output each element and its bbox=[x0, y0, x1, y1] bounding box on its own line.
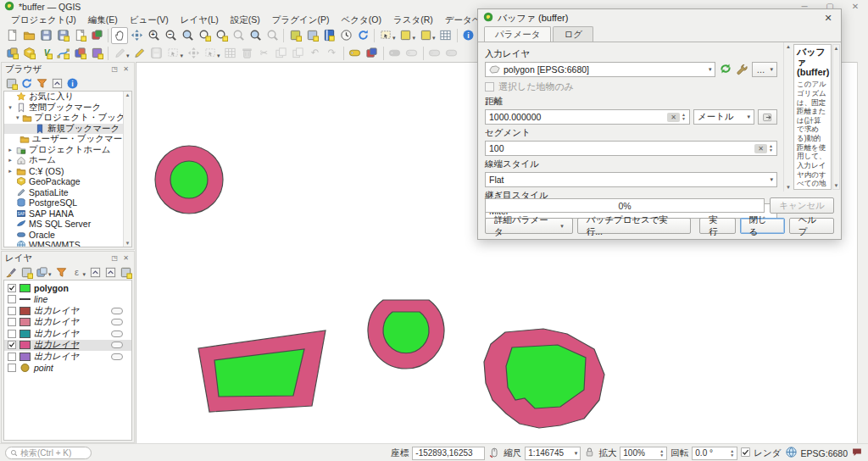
refresh-map-icon[interactable] bbox=[354, 27, 371, 44]
browser-item-空間ブックマーク[interactable]: ▾空間ブックマーク bbox=[4, 103, 131, 114]
memory-layer-indicator-icon[interactable] bbox=[111, 319, 123, 325]
lock-scale-icon[interactable] bbox=[584, 447, 595, 459]
layer-labeling-icon[interactable] bbox=[347, 45, 364, 62]
delete-selected-icon[interactable] bbox=[239, 45, 256, 62]
memory-layer-indicator-icon[interactable] bbox=[111, 330, 123, 337]
filter-browser-icon[interactable] bbox=[35, 76, 49, 91]
zoom-native-icon[interactable] bbox=[230, 27, 247, 44]
expand-arrow[interactable]: ▸ bbox=[7, 168, 14, 175]
tab-parameters[interactable]: パラメータ bbox=[484, 26, 551, 42]
pan-map-icon[interactable] bbox=[111, 27, 128, 44]
move-feature-icon[interactable] bbox=[185, 45, 202, 62]
crs-value[interactable]: EPSG:6680 bbox=[801, 448, 848, 458]
tab-log[interactable]: ログ bbox=[553, 26, 593, 42]
layer-visibility-checkbox[interactable] bbox=[8, 353, 16, 361]
new-print-layout-icon[interactable] bbox=[71, 27, 88, 44]
layer-row-出力レイヤ[interactable]: 出力レイヤ bbox=[4, 317, 131, 329]
run-as-batch-button[interactable]: バッチプロセスで実行... bbox=[577, 218, 691, 234]
redo-icon[interactable]: ↷ bbox=[324, 45, 341, 62]
save-project-icon[interactable] bbox=[37, 27, 54, 44]
expand-arrow[interactable]: ▸ bbox=[7, 147, 14, 153]
dialog-close-button[interactable]: 閉じる bbox=[740, 218, 785, 234]
zoom-out-icon[interactable]: − bbox=[162, 27, 179, 44]
properties-widget-icon[interactable]: i bbox=[65, 76, 80, 91]
layer-row-polygon[interactable]: polygon bbox=[4, 282, 131, 294]
end-cap-style-combo[interactable]: Flat▾ bbox=[485, 172, 777, 187]
layer-row-出力レイヤ[interactable]: 出力レイヤ bbox=[4, 305, 131, 317]
messages-icon[interactable] bbox=[851, 447, 863, 459]
temporal-controller-icon[interactable] bbox=[337, 27, 354, 44]
clear-distance-icon[interactable]: ✕ bbox=[667, 113, 680, 122]
menu-item-2[interactable]: ビュー(V) bbox=[124, 14, 175, 26]
collapse-all-icon[interactable] bbox=[50, 76, 64, 91]
new-spatialite-layer-icon[interactable]: V bbox=[37, 45, 54, 62]
edit-layer-wrench-icon[interactable] bbox=[736, 63, 748, 77]
new-shapefile-layer-icon[interactable] bbox=[20, 45, 37, 62]
layers-float-icon[interactable]: ◳ bbox=[112, 254, 120, 262]
layer-row-point[interactable]: point bbox=[4, 363, 131, 375]
zoom-to-selection-icon[interactable] bbox=[196, 27, 213, 44]
browser-item-SAP HANA[interactable]: SAPSAP HANA bbox=[4, 208, 131, 219]
browser-item-MS SQL Server[interactable]: MS SQL Server bbox=[4, 219, 131, 230]
open-layer-styling-icon[interactable] bbox=[4, 265, 19, 280]
browser-item-新規ブックマーク[interactable]: 新規ブックマーク bbox=[4, 124, 131, 135]
layer-row-出力レイヤ[interactable]: 出力レイヤ bbox=[4, 328, 131, 340]
expand-all-icon[interactable] bbox=[88, 265, 103, 280]
open-attribute-table-icon[interactable] bbox=[437, 27, 454, 44]
browser-float-icon[interactable]: ◳ bbox=[112, 65, 120, 73]
pin-labels-icon[interactable] bbox=[387, 45, 403, 62]
menu-item-6[interactable]: ベクタ(O) bbox=[336, 14, 387, 26]
cancel-button[interactable]: キャンセル bbox=[770, 197, 834, 214]
dialog-close-icon[interactable]: ✕ bbox=[821, 13, 836, 24]
menu-item-3[interactable]: レイヤ(L) bbox=[175, 14, 225, 26]
rotate-label-icon[interactable] bbox=[443, 45, 460, 62]
distance-unit-combo[interactable]: メートル▾ bbox=[693, 109, 754, 125]
browser-item-プロジェクト・ブックマーク[interactable]: ▾プロジェクト・ブックマーク bbox=[4, 113, 131, 124]
layer-styling-icon[interactable] bbox=[364, 45, 381, 62]
rotation-input[interactable]: 0.0 °▲▼ bbox=[692, 447, 737, 460]
filter-legend-icon[interactable] bbox=[54, 265, 69, 280]
zoom-last-icon[interactable] bbox=[247, 27, 264, 44]
add-group-icon[interactable] bbox=[19, 265, 34, 280]
cut-features-icon[interactable]: ✂ bbox=[256, 45, 273, 62]
magnifier-input[interactable]: 100%▲▼ bbox=[620, 447, 667, 460]
expand-arrow[interactable]: ▾ bbox=[7, 104, 14, 111]
browser-item-GeoPackage[interactable]: GeoPackage bbox=[4, 176, 131, 187]
identify-features-icon[interactable]: i bbox=[460, 27, 477, 44]
open-project-icon[interactable] bbox=[20, 27, 37, 44]
save-layer-edits-icon[interactable] bbox=[148, 45, 165, 62]
locator-search-input[interactable]: 検索(Ctrl + K) bbox=[5, 447, 92, 459]
scale-combo[interactable]: 1:146745▾ bbox=[525, 447, 581, 460]
layer-visibility-checkbox[interactable] bbox=[8, 341, 16, 349]
layer-row-line[interactable]: line bbox=[4, 294, 131, 306]
deselect-features-icon[interactable] bbox=[417, 27, 434, 44]
input-layer-combo[interactable]: polygon [EPSG:6680] ▾ bbox=[485, 62, 715, 77]
menu-item-4[interactable]: 設定(S) bbox=[225, 14, 266, 26]
browser-item-Oracle[interactable]: Oracle bbox=[4, 230, 131, 241]
crs-globe-icon[interactable] bbox=[785, 446, 798, 460]
browser-item-お気に入り[interactable]: お気に入り bbox=[4, 92, 131, 103]
current-edits-icon[interactable] bbox=[111, 45, 128, 62]
coordinate-input[interactable]: -152893,16253 bbox=[412, 447, 485, 460]
selected-features-only-checkbox[interactable] bbox=[485, 82, 494, 92]
zoom-in-icon[interactable]: + bbox=[145, 27, 162, 44]
highlight-labels-icon[interactable] bbox=[403, 45, 420, 62]
advanced-parameters-button[interactable]: 詳細パラメータ▾ bbox=[485, 218, 573, 234]
remove-layer-icon[interactable] bbox=[119, 265, 133, 280]
new-geopackage-layer-icon[interactable] bbox=[3, 45, 20, 62]
memory-layer-indicator-icon[interactable] bbox=[111, 342, 123, 348]
layer-visibility-checkbox[interactable] bbox=[8, 307, 16, 315]
copy-features-icon[interactable] bbox=[273, 45, 290, 62]
new-virtual-layer-icon[interactable] bbox=[54, 45, 71, 62]
parameters-scrollbar[interactable]: ▲▼ bbox=[783, 42, 793, 192]
browser-item-SpatiaLite[interactable]: SpatiaLite bbox=[4, 187, 131, 198]
filter-expression-icon[interactable]: ε bbox=[70, 265, 84, 280]
select-by-value-icon[interactable] bbox=[398, 27, 415, 44]
layer-visibility-checkbox[interactable] bbox=[8, 318, 16, 326]
browser-scrollbar[interactable]: ▲▼ bbox=[123, 92, 131, 247]
layer-visibility-checkbox[interactable] bbox=[8, 330, 16, 338]
clear-segments-icon[interactable]: ✕ bbox=[754, 144, 767, 153]
data-defined-override-button[interactable] bbox=[758, 109, 777, 125]
browser-close-icon[interactable]: ✕ bbox=[123, 65, 131, 73]
zoom-to-layer-icon[interactable] bbox=[213, 27, 230, 44]
